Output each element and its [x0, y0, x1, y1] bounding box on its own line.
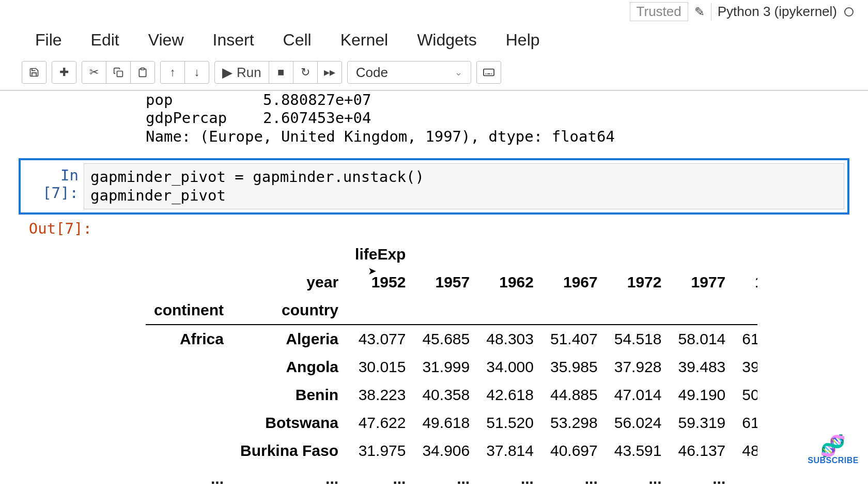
row-continent — [146, 409, 232, 437]
subscribe-text: SUBSCRIBE — [808, 456, 859, 465]
menubar: File Edit View Insert Cell Kernel Widget… — [0, 23, 868, 57]
year-label: year — [232, 268, 347, 296]
table-cell: 40.697 — [542, 437, 606, 465]
kernel-label: Python 3 (ipykernel) — [718, 4, 837, 20]
table-cell: 46.137 — [670, 437, 734, 465]
table-cell: ... — [347, 465, 414, 489]
cell-type-select[interactable]: Code⌄ — [347, 61, 471, 84]
toolbar: ✚ ✂ ↑ ↓ ▶ Run ■ ↻ ▸▸ Code⌄ — [0, 57, 868, 90]
row-continent — [146, 381, 232, 409]
table-cell: 35.985 — [542, 353, 606, 381]
table-cell: 58.014 — [670, 325, 734, 353]
kernel-name[interactable]: Python 3 (ipykernel) — [718, 4, 854, 20]
continent-label: continent — [146, 296, 232, 325]
menu-file[interactable]: File — [35, 30, 62, 50]
add-cell-button[interactable]: ✚ — [52, 61, 76, 84]
table-cell: 34.000 — [478, 353, 542, 381]
table-cell: 51.520 — [478, 409, 542, 437]
year-1952: 1952 — [347, 268, 414, 296]
in-prompt: In [7]: — [24, 163, 84, 209]
svg-rect-0 — [117, 71, 123, 77]
table-cell: 48.122 — [734, 437, 757, 465]
row-continent — [146, 437, 232, 465]
menu-view[interactable]: View — [148, 30, 184, 50]
output-table: lifeExp year 1952 1957 1962 1967 1972 19… — [146, 240, 757, 489]
copy-button[interactable] — [106, 61, 131, 84]
menu-cell[interactable]: Cell — [283, 30, 312, 50]
table-cell: 37.814 — [478, 437, 542, 465]
table-cell: 45.685 — [414, 325, 478, 353]
command-palette-button[interactable] — [476, 61, 501, 84]
year-1967: 1967 — [542, 268, 606, 296]
year-1977: 1977 — [670, 268, 734, 296]
run-all-button[interactable]: ▸▸ — [317, 61, 342, 84]
table-cell: 30.015 — [347, 353, 414, 381]
row-country: ... — [232, 465, 347, 489]
table-cell: 38.223 — [347, 381, 414, 409]
cut-button[interactable]: ✂ — [82, 61, 106, 84]
menu-insert[interactable]: Insert — [212, 30, 254, 50]
year-1962: 1962 — [478, 268, 542, 296]
move-down-button[interactable]: ↓ — [184, 61, 209, 84]
table-cell: 61.484 — [734, 409, 757, 437]
run-button[interactable]: ▶ Run — [214, 61, 269, 84]
table-cell: 47.622 — [347, 409, 414, 437]
restart-button[interactable]: ↻ — [293, 61, 318, 84]
menu-widgets[interactable]: Widgets — [417, 30, 477, 50]
table-cell: 34.906 — [414, 437, 478, 465]
row-continent: Africa — [146, 325, 232, 353]
code-input[interactable]: gapminder_pivot = gapminder.unstack() ga… — [84, 163, 844, 209]
table-cell: 44.885 — [542, 381, 606, 409]
table-cell: 31.999 — [414, 353, 478, 381]
menu-edit[interactable]: Edit — [91, 30, 119, 50]
table-cell: 39.483 — [670, 353, 734, 381]
kernel-status-icon — [844, 7, 854, 17]
table-cell: 53.298 — [542, 409, 606, 437]
row-country: Angola — [232, 353, 347, 381]
table-cell: 43.591 — [606, 437, 670, 465]
table-cell: 61.368 — [734, 325, 757, 353]
row-country: Botswana — [232, 409, 347, 437]
chevron-down-icon: ⌄ — [455, 67, 462, 78]
table-cell: 40.358 — [414, 381, 478, 409]
run-label: Run — [237, 65, 261, 81]
cell-type-label: Code — [356, 65, 388, 81]
save-button[interactable] — [22, 61, 47, 84]
year-1957: 1957 — [414, 268, 478, 296]
trusted-badge: Trusted — [630, 2, 688, 21]
table-cell: 49.190 — [670, 381, 734, 409]
table-cell: 37.928 — [606, 353, 670, 381]
table-cell: 47.014 — [606, 381, 670, 409]
out-prompt: Out[7]: — [19, 217, 97, 237]
menu-kernel[interactable]: Kernel — [340, 30, 389, 50]
table-cell: ... — [606, 465, 670, 489]
menu-help[interactable]: Help — [506, 30, 540, 50]
table-cell: 49.618 — [414, 409, 478, 437]
dna-icon: 🧬 — [808, 435, 859, 456]
table-cell: ... — [734, 465, 757, 489]
year-1972: 1972 — [606, 268, 670, 296]
row-country: Benin — [232, 381, 347, 409]
stop-button[interactable]: ■ — [269, 61, 293, 84]
table-cell: 56.024 — [606, 409, 670, 437]
table-cell: 48.303 — [478, 325, 542, 353]
table-cell: 42.618 — [478, 381, 542, 409]
year-1982: 1982 — [734, 268, 757, 296]
prev-output: pop 5.880827e+07 gdpPercap 2.607453e+04 … — [19, 91, 849, 146]
paste-button[interactable] — [130, 61, 155, 84]
svg-rect-2 — [484, 69, 494, 76]
row-continent: ... — [146, 465, 232, 489]
table-cell: 43.077 — [347, 325, 414, 353]
svg-rect-1 — [141, 68, 145, 70]
code-cell[interactable]: In [7]: gapminder_pivot = gapminder.unst… — [19, 158, 849, 215]
edit-icon[interactable]: ✎ — [694, 5, 705, 19]
move-up-button[interactable]: ↑ — [160, 61, 185, 84]
col-lifeexp: lifeExp — [347, 240, 414, 268]
table-cell: ... — [670, 465, 734, 489]
table-cell: 31.975 — [347, 437, 414, 465]
subscribe-watermark: 🧬 SUBSCRIBE — [808, 435, 859, 465]
table-cell: ... — [414, 465, 478, 489]
table-cell: ... — [542, 465, 606, 489]
row-country: Algeria — [232, 325, 347, 353]
table-cell: 59.319 — [670, 409, 734, 437]
